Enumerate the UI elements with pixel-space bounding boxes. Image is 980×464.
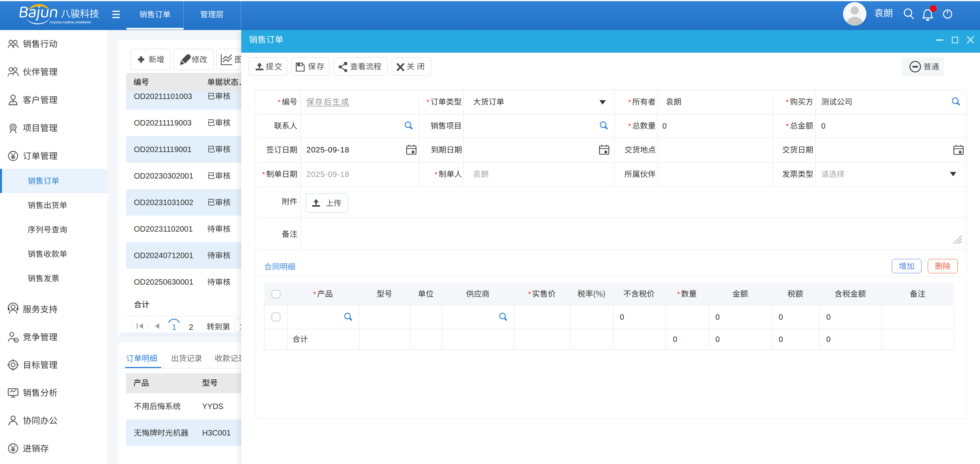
svg-text:0: 0: [620, 313, 624, 321]
svg-text:2025-09-18: 2025-09-18: [306, 170, 349, 179]
svg-text:0: 0: [826, 335, 831, 344]
svg-text:0: 0: [821, 122, 825, 130]
svg-text:0: 0: [662, 122, 667, 130]
svg-text:0: 0: [715, 335, 720, 344]
svg-text:0: 0: [779, 313, 783, 321]
svg-text:0: 0: [673, 335, 677, 344]
svg-text:0: 0: [826, 313, 831, 321]
svg-text:2025-09-18: 2025-09-18: [306, 145, 349, 154]
svg-text:0: 0: [779, 335, 783, 344]
svg-text:0: 0: [715, 313, 720, 321]
